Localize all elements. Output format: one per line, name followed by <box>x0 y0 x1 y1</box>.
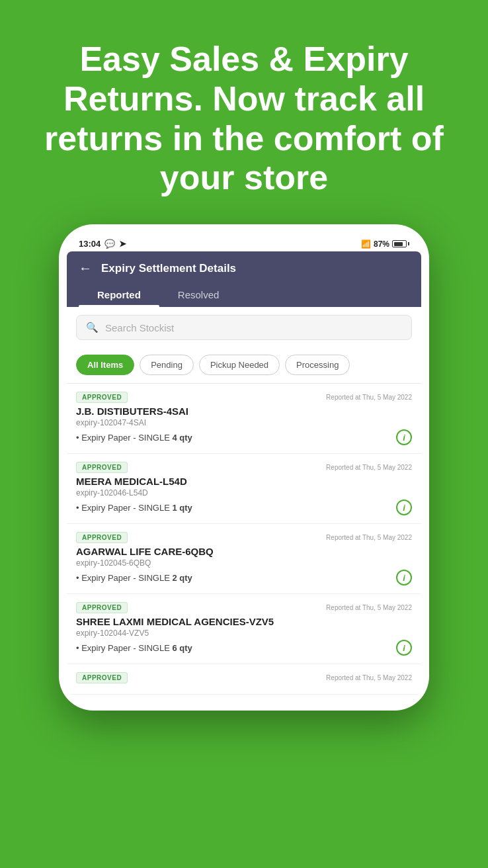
item-header: APPROVED Reported at Thu, 5 May 2022 <box>76 392 412 403</box>
phone-frame: 13:04 💬 ➤ 📶 87% ← Exp <box>59 224 429 711</box>
reported-date: Reported at Thu, 5 May 2022 <box>326 674 412 681</box>
app-header: ← Expiry Settlement Details Reported Res… <box>67 251 421 307</box>
app-screen: ← Expiry Settlement Details Reported Res… <box>67 251 421 695</box>
filter-chips: All Items Pending Pickup Needed Processi… <box>67 348 421 384</box>
approved-badge: APPROVED <box>76 602 128 613</box>
header-top: ← Expiry Settlement Details <box>79 261 409 276</box>
time-display: 13:04 <box>79 239 101 249</box>
item-header: APPROVED Reported at Thu, 5 May 2022 <box>76 672 412 683</box>
filter-processing[interactable]: Processing <box>285 355 350 375</box>
info-button[interactable]: i <box>396 570 412 586</box>
filter-pickup-needed[interactable]: Pickup Needed <box>199 355 280 375</box>
item-name: AGARWAL LIFE CARE-6QBQ <box>76 546 412 557</box>
tab-resolved[interactable]: Resolved <box>159 284 238 307</box>
filter-pending[interactable]: Pending <box>140 355 194 375</box>
item-id: expiry-102047-4SAI <box>76 418 412 427</box>
search-bar[interactable]: 🔍 Search Stockist <box>76 315 412 340</box>
battery-percent: 87% <box>374 239 389 249</box>
item-header: APPROVED Reported at Thu, 5 May 2022 <box>76 462 412 473</box>
header-title: Expiry Settlement Details <box>101 262 236 275</box>
reported-date: Reported at Thu, 5 May 2022 <box>326 604 412 611</box>
item-detail: • Expiry Paper - SINGLE 2 qty i <box>76 570 412 586</box>
header-tabs: Reported Resolved <box>79 284 409 307</box>
item-detail-text: • Expiry Paper - SINGLE 2 qty <box>76 573 192 583</box>
item-id: expiry-102044-VZV5 <box>76 629 412 638</box>
item-header: APPROVED Reported at Thu, 5 May 2022 <box>76 602 412 613</box>
info-button[interactable]: i <box>396 499 412 515</box>
approved-badge: APPROVED <box>76 672 128 683</box>
search-section: 🔍 Search Stockist <box>67 307 421 348</box>
item-id: expiry-102045-6QBQ <box>76 558 412 568</box>
list-item: APPROVED Reported at Thu, 5 May 2022 AGA… <box>67 524 421 594</box>
approved-badge: APPROVED <box>76 392 128 403</box>
reported-date: Reported at Thu, 5 May 2022 <box>326 534 412 541</box>
item-detail: • Expiry Paper - SINGLE 4 qty i <box>76 429 412 445</box>
battery-icon <box>392 240 409 247</box>
item-id: expiry-102046-L54D <box>76 488 412 498</box>
approved-badge: APPROVED <box>76 532 128 543</box>
list-item: APPROVED Reported at Thu, 5 May 2022 SHR… <box>67 594 421 664</box>
item-header: APPROVED Reported at Thu, 5 May 2022 <box>76 532 412 543</box>
network-icon: 📶 <box>361 239 371 249</box>
list-item: APPROVED Reported at Thu, 5 May 2022 MEE… <box>67 454 421 524</box>
item-detail-text: • Expiry Paper - SINGLE 6 qty <box>76 643 192 653</box>
list-section: APPROVED Reported at Thu, 5 May 2022 J.B… <box>67 384 421 695</box>
reported-date: Reported at Thu, 5 May 2022 <box>326 464 412 471</box>
approved-badge: APPROVED <box>76 462 128 473</box>
list-item: APPROVED Reported at Thu, 5 May 2022 J.B… <box>67 384 421 454</box>
status-bar: 13:04 💬 ➤ 📶 87% <box>67 236 421 251</box>
item-detail-text: • Expiry Paper - SINGLE 1 qty <box>76 503 192 513</box>
item-name: MEERA MEDICAL-L54D <box>76 476 412 487</box>
search-icon: 🔍 <box>86 322 99 333</box>
tab-reported[interactable]: Reported <box>79 284 159 307</box>
list-item: APPROVED Reported at Thu, 5 May 2022 <box>67 664 421 695</box>
reported-date: Reported at Thu, 5 May 2022 <box>326 394 412 401</box>
item-name: SHREE LAXMI MEDICAL AGENCIES-VZV5 <box>76 616 412 627</box>
hero-text: Easy Sales & Expiry Returns. Now track a… <box>0 0 488 218</box>
status-right: 📶 87% <box>361 239 409 249</box>
filter-all-items[interactable]: All Items <box>76 355 134 375</box>
whatsapp-icon: 💬 <box>104 239 115 249</box>
signal-icon: ➤ <box>119 239 126 249</box>
item-detail: • Expiry Paper - SINGLE 6 qty i <box>76 640 412 656</box>
search-input[interactable]: Search Stockist <box>105 322 174 333</box>
item-name: J.B. DISTIBUTERS-4SAI <box>76 406 412 417</box>
item-detail-text: • Expiry Paper - SINGLE 4 qty <box>76 433 192 443</box>
back-button[interactable]: ← <box>79 261 92 276</box>
item-detail: • Expiry Paper - SINGLE 1 qty i <box>76 499 412 515</box>
info-button[interactable]: i <box>396 640 412 656</box>
phone-shell: 13:04 💬 ➤ 📶 87% ← Exp <box>59 224 429 711</box>
status-left: 13:04 💬 ➤ <box>79 239 126 249</box>
info-button[interactable]: i <box>396 429 412 445</box>
